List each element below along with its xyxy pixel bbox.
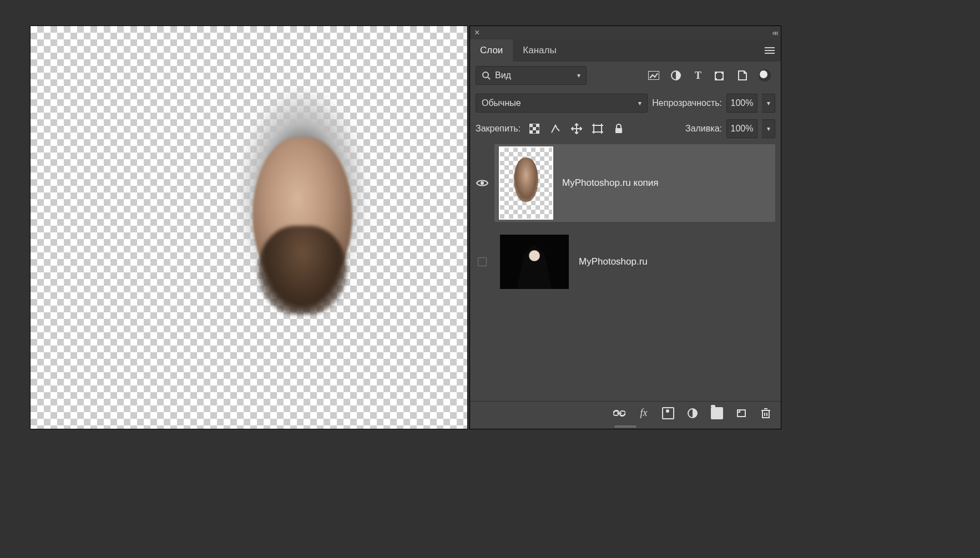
lock-position-icon[interactable] [570,123,583,135]
svg-rect-10 [529,124,533,127]
panel-menu-icon[interactable] [759,39,781,62]
svg-point-15 [554,125,555,126]
visibility-toggle[interactable] [470,257,494,266]
svg-rect-8 [721,78,724,80]
svg-rect-5 [715,72,717,74]
filter-type-icon[interactable]: T [692,69,704,82]
panel-header: × «« [470,26,781,39]
blend-row: Обычные ▾ Непрозрачность: 100% ▾ [470,89,781,117]
lock-row: Закрепить: Заливка: 100% ▾ [470,117,781,144]
filter-toggle[interactable] [759,69,771,82]
layers-panel: × «« Слои Каналы Вид ▾ T [469,26,781,429]
filter-shape-icon[interactable] [714,69,726,82]
filter-pixel-icon[interactable] [648,69,660,82]
new-group-icon[interactable] [711,407,723,419]
close-icon[interactable]: × [474,28,479,38]
lock-label: Закрепить: [476,124,521,134]
opacity-value[interactable]: 100% [726,94,757,113]
blend-mode-value: Обычные [482,98,521,108]
lock-artboard-icon[interactable] [592,123,604,135]
fill-value[interactable]: 100% [726,119,757,138]
layer-name[interactable]: MyPhotoshop.ru копия [562,177,659,189]
panel-tabs: Слои Каналы [470,39,781,62]
search-icon [482,71,491,80]
layer-style-icon[interactable]: fx [638,407,650,419]
svg-rect-29 [737,410,745,417]
canvas-area[interactable] [30,26,468,429]
layer-row[interactable]: MyPhotoshop.ru [470,222,781,301]
svg-rect-13 [529,130,533,134]
lock-all-icon[interactable] [613,123,625,135]
filter-icons: T [648,69,775,82]
svg-point-0 [483,72,488,78]
filter-type-select[interactable]: Вид ▾ [476,66,587,85]
chevron-down-icon: ▾ [638,99,641,107]
filter-type-label: Вид [495,70,511,80]
layer-list: MyPhotoshop.ru копия MyPhotoshop.ru [470,144,781,401]
svg-rect-23 [615,128,622,133]
chevron-down-icon: ▾ [577,72,580,79]
layer-thumbnail[interactable] [500,235,569,289]
eye-icon [476,179,488,187]
adjustment-layer-icon[interactable] [686,407,699,419]
resize-grip[interactable] [470,424,781,429]
svg-rect-11 [536,124,539,127]
tab-layers[interactable]: Слои [470,39,513,62]
lock-transparency-icon[interactable] [528,123,540,135]
layer-thumbnail[interactable] [500,148,552,219]
filter-row: Вид ▾ T [470,62,781,89]
delete-layer-icon[interactable] [760,407,772,419]
tab-channels[interactable]: Каналы [513,39,566,62]
lock-image-icon[interactable] [549,123,562,135]
layer-panel-footer: fx [470,401,781,424]
svg-point-24 [481,181,484,185]
svg-rect-7 [715,78,717,80]
svg-rect-6 [721,72,724,74]
fill-chevron[interactable]: ▾ [762,119,775,138]
fill-label: Заливка: [685,124,722,134]
canvas-image [214,54,391,348]
svg-line-1 [488,77,490,79]
visibility-empty-icon [478,257,487,266]
filter-adjustment-icon[interactable] [670,69,682,82]
svg-rect-18 [594,125,602,132]
blend-mode-select[interactable]: Обычные ▾ [476,94,648,113]
opacity-label: Непрозрачность: [652,98,722,108]
collapse-icon[interactable]: «« [772,28,776,37]
new-layer-icon[interactable] [735,407,747,419]
layer-row[interactable]: MyPhotoshop.ru копия [470,144,781,222]
link-layers-icon[interactable] [613,407,625,419]
add-mask-icon[interactable] [662,407,674,419]
svg-rect-12 [533,127,536,130]
visibility-toggle[interactable] [470,179,494,187]
svg-rect-30 [762,410,769,418]
svg-rect-14 [536,130,539,134]
filter-smartobject-icon[interactable] [736,69,749,82]
layer-name[interactable]: MyPhotoshop.ru [579,256,648,267]
opacity-chevron[interactable]: ▾ [762,94,775,113]
